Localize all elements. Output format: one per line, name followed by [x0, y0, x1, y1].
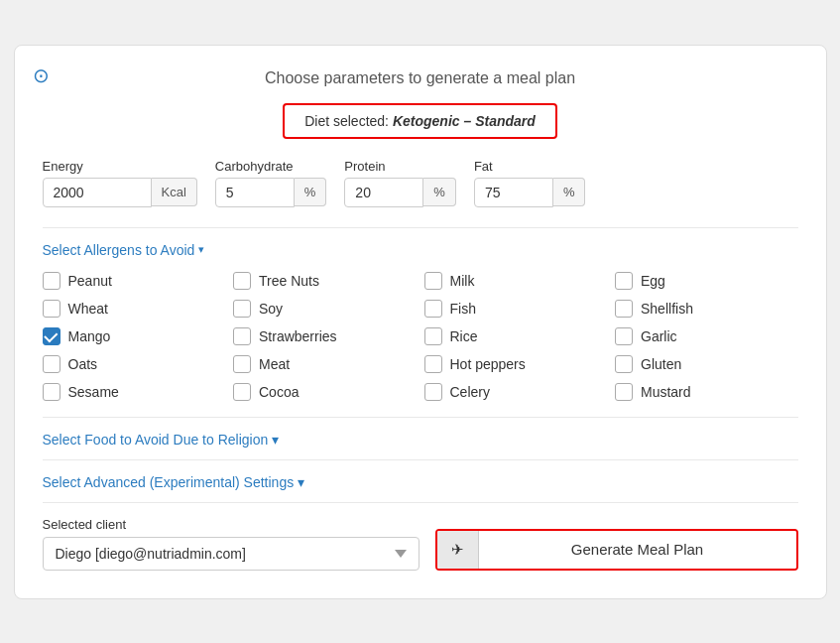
- allergen-checkbox-hot-peppers[interactable]: [424, 355, 442, 373]
- allergen-checkbox-soy[interactable]: [233, 300, 251, 318]
- nutrient-input-protein[interactable]: [344, 178, 423, 207]
- allergen-item-garlic[interactable]: Garlic: [615, 327, 798, 345]
- allergen-checkbox-shellfish[interactable]: [615, 300, 633, 318]
- nutrient-label-2: Protein: [344, 159, 456, 174]
- allergen-grid: Peanut Tree Nuts Milk Egg Wheat Soy Fish…: [43, 272, 798, 401]
- allergens-chevron: ▾: [198, 243, 204, 256]
- allergen-checkbox-strawberries[interactable]: [233, 327, 251, 345]
- diet-banner: Diet selected: Ketogenic – Standard: [283, 103, 557, 139]
- nutrient-label-0: Energy: [43, 159, 197, 174]
- nutrient-group-carbohydrate: Carbohydrate %: [215, 159, 327, 207]
- allergen-item-egg[interactable]: Egg: [615, 272, 798, 290]
- allergen-label-peanut: Peanut: [68, 273, 112, 289]
- allergen-item-gluten[interactable]: Gluten: [615, 355, 798, 373]
- allergen-label-milk: Milk: [450, 273, 475, 289]
- allergen-checkbox-garlic[interactable]: [615, 327, 633, 345]
- allergen-checkbox-gluten[interactable]: [615, 355, 633, 373]
- client-group: Selected client Diego [diego@nutriadmin.…: [43, 517, 420, 571]
- allergen-label-strawberries: Strawberries: [259, 328, 337, 344]
- client-label: Selected client: [43, 517, 420, 532]
- nutrient-unit-3: %: [553, 178, 586, 206]
- allergen-label-celery: Celery: [450, 384, 490, 400]
- allergen-label-gluten: Gluten: [641, 356, 681, 372]
- main-card: ⊙ Choose parameters to generate a meal p…: [14, 45, 827, 599]
- allergen-checkbox-mustard[interactable]: [615, 383, 633, 401]
- allergen-label-sesame: Sesame: [68, 384, 119, 400]
- allergen-checkbox-rice[interactable]: [424, 327, 442, 345]
- allergen-checkbox-milk[interactable]: [424, 272, 442, 290]
- allergen-checkbox-egg[interactable]: [615, 272, 633, 290]
- allergen-checkbox-meat[interactable]: [233, 355, 251, 373]
- advanced-label: Select Advanced (Experimental) Settings: [43, 474, 295, 490]
- allergen-label-mustard: Mustard: [641, 384, 691, 400]
- allergen-item-strawberries[interactable]: Strawberries: [233, 327, 417, 345]
- allergen-label-shellfish: Shellfish: [641, 301, 693, 317]
- allergen-item-sesame[interactable]: Sesame: [43, 383, 226, 401]
- allergen-checkbox-wheat[interactable]: [43, 300, 60, 318]
- allergen-item-hot-peppers[interactable]: Hot peppers: [424, 355, 608, 373]
- nutrient-label-3: Fat: [474, 159, 586, 174]
- allergen-item-milk[interactable]: Milk: [424, 272, 608, 290]
- generate-label: Generate Meal Plan: [479, 531, 796, 568]
- allergen-label-cocoa: Cocoa: [259, 384, 299, 400]
- nutrient-unit-2: %: [423, 178, 456, 206]
- allergen-checkbox-sesame[interactable]: [43, 383, 60, 401]
- allergen-checkbox-fish[interactable]: [424, 300, 442, 318]
- allergens-section-header[interactable]: Select Allergens to Avoid ▾: [43, 242, 205, 258]
- allergen-label-tree-nuts: Tree Nuts: [259, 273, 319, 289]
- allergen-label-oats: Oats: [68, 356, 98, 372]
- allergen-item-tree-nuts[interactable]: Tree Nuts: [233, 272, 417, 290]
- allergen-item-shellfish[interactable]: Shellfish: [615, 300, 798, 318]
- allergen-label-soy: Soy: [259, 301, 283, 317]
- nutrient-group-fat: Fat %: [474, 159, 586, 207]
- generate-btn-wrap: ✈ Generate Meal Plan: [435, 529, 798, 571]
- allergen-label-hot-peppers: Hot peppers: [450, 356, 526, 372]
- nutrient-input-energy[interactable]: [43, 178, 152, 207]
- allergen-item-meat[interactable]: Meat: [233, 355, 417, 373]
- allergen-checkbox-celery[interactable]: [424, 383, 442, 401]
- allergen-item-mustard[interactable]: Mustard: [615, 383, 798, 401]
- nutrient-input-carbohydrate[interactable]: [215, 178, 295, 207]
- nutrient-unit-1: %: [295, 178, 327, 206]
- allergen-checkbox-mango[interactable]: [43, 327, 60, 345]
- allergen-item-cocoa[interactable]: Cocoa: [233, 383, 417, 401]
- nutrient-input-fat[interactable]: [474, 178, 553, 207]
- allergens-label: Select Allergens to Avoid: [43, 242, 195, 258]
- allergen-item-fish[interactable]: Fish: [424, 300, 608, 318]
- allergen-label-egg: Egg: [641, 273, 665, 289]
- allergen-item-mango[interactable]: Mango: [43, 327, 226, 345]
- nutrient-group-energy: Energy Kcal: [43, 159, 197, 207]
- religion-section-header[interactable]: Select Food to Avoid Due to Religion ▾: [43, 432, 798, 448]
- religion-label: Select Food to Avoid Due to Religion: [43, 432, 269, 448]
- allergen-checkbox-cocoa[interactable]: [233, 383, 251, 401]
- nutrient-label-1: Carbohydrate: [215, 159, 327, 174]
- religion-chevron: ▾: [272, 432, 279, 448]
- client-select[interactable]: Diego [diego@nutriadmin.com]: [43, 537, 420, 571]
- allergen-label-meat: Meat: [259, 356, 290, 372]
- back-button[interactable]: ⊙: [33, 64, 50, 87]
- nutrient-unit-0: Kcal: [152, 178, 197, 206]
- allergen-checkbox-tree-nuts[interactable]: [233, 272, 251, 290]
- allergen-checkbox-peanut[interactable]: [43, 272, 60, 290]
- generate-meal-plan-button[interactable]: ✈ Generate Meal Plan: [437, 531, 796, 569]
- allergen-item-soy[interactable]: Soy: [233, 300, 417, 318]
- diet-label: Diet selected:: [304, 113, 393, 129]
- allergen-label-fish: Fish: [450, 301, 476, 317]
- nutrient-group-protein: Protein %: [344, 159, 456, 207]
- nutrient-row: Energy Kcal Carbohydrate % Protein % Fat…: [43, 159, 798, 207]
- allergen-label-garlic: Garlic: [641, 328, 677, 344]
- diet-value: Ketogenic – Standard: [393, 113, 536, 129]
- allergen-label-wheat: Wheat: [68, 301, 108, 317]
- allergen-item-wheat[interactable]: Wheat: [43, 300, 226, 318]
- allergen-label-rice: Rice: [450, 328, 478, 344]
- page-title: Choose parameters to generate a meal pla…: [43, 69, 798, 87]
- allergen-item-celery[interactable]: Celery: [424, 383, 608, 401]
- advanced-section-header[interactable]: Select Advanced (Experimental) Settings …: [43, 474, 798, 490]
- allergen-item-oats[interactable]: Oats: [43, 355, 226, 373]
- allergen-item-rice[interactable]: Rice: [424, 327, 608, 345]
- bottom-row: Selected client Diego [diego@nutriadmin.…: [43, 517, 798, 571]
- advanced-chevron: ▾: [298, 474, 304, 490]
- allergen-checkbox-oats[interactable]: [43, 355, 60, 373]
- allergen-item-peanut[interactable]: Peanut: [43, 272, 226, 290]
- generate-icon: ✈: [437, 531, 479, 569]
